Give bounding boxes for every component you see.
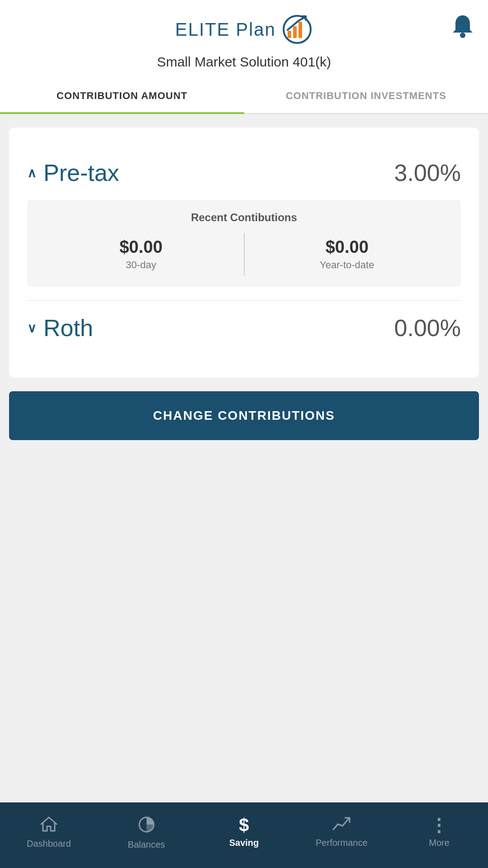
ytd-col: $0.00 Year-to-date	[245, 233, 450, 275]
svg-rect-2	[293, 26, 297, 38]
saving-icon: $	[239, 816, 249, 834]
home-icon	[40, 816, 57, 835]
bottom-nav: Dashboard Balances $ Saving Performance …	[0, 802, 488, 868]
nav-item-saving[interactable]: $ Saving	[195, 811, 293, 854]
recent-contributions-box: Recent Contibutions $0.00 30-day $0.00 Y…	[27, 200, 461, 287]
recent-contributions-values: $0.00 30-day $0.00 Year-to-date	[38, 233, 450, 275]
pretax-chevron-icon[interactable]: ∧	[27, 166, 37, 180]
bell-icon[interactable]	[451, 14, 474, 41]
roth-section: ∨ Roth 0.00%	[27, 301, 461, 360]
header: ELITE Plan Small Market Solution 401(k)	[0, 0, 488, 79]
nav-item-balances[interactable]: Balances	[98, 811, 195, 854]
roth-title: Roth	[43, 314, 93, 342]
logo-area: ELITE Plan	[175, 14, 313, 45]
change-contributions-button[interactable]: CHANGE CONTRIBUTIONS	[9, 391, 479, 440]
nav-label-performance: Performance	[316, 838, 368, 848]
roth-chevron-icon[interactable]: ∨	[27, 321, 37, 336]
logo-icon	[281, 14, 313, 45]
performance-icon	[332, 816, 351, 834]
svg-rect-3	[298, 22, 302, 38]
tab-contribution-investments[interactable]: CONTRIBUTION INVESTMENTS	[244, 79, 488, 113]
subtitle: Small Market Solution 401(k)	[157, 54, 331, 70]
nav-item-more[interactable]: ⋮ More	[390, 811, 488, 854]
tab-contribution-amount[interactable]: CONTRIBUTION AMOUNT	[0, 79, 244, 113]
recent-contributions-label: Recent Contibutions	[38, 211, 450, 224]
nav-item-dashboard[interactable]: Dashboard	[0, 811, 98, 854]
more-icon: ⋮	[430, 816, 449, 834]
thirty-day-amount: $0.00	[38, 237, 244, 257]
ytd-amount: $0.00	[245, 237, 450, 257]
logo-text: ELITE Plan	[175, 19, 275, 40]
roth-header: ∨ Roth 0.00%	[27, 314, 461, 342]
nav-label-more: More	[429, 838, 450, 848]
pretax-header: ∧ Pre-tax 3.00%	[27, 159, 461, 186]
roth-percent: 0.00%	[394, 314, 461, 342]
svg-point-4	[460, 33, 465, 38]
contributions-card: ∧ Pre-tax 3.00% Recent Contibutions $0.0…	[9, 128, 479, 378]
thirty-day-col: $0.00 30-day	[38, 233, 245, 275]
thirty-day-label: 30-day	[38, 259, 244, 271]
pretax-section: ∧ Pre-tax 3.00% Recent Contibutions $0.0…	[27, 146, 461, 300]
pretax-title: Pre-tax	[43, 159, 119, 186]
main-content: ∧ Pre-tax 3.00% Recent Contibutions $0.0…	[0, 114, 488, 802]
tabs: CONTRIBUTION AMOUNT CONTRIBUTION INVESTM…	[0, 79, 488, 114]
pretax-percent: 3.00%	[394, 159, 461, 186]
nav-label-balances: Balances	[128, 840, 165, 850]
svg-rect-1	[288, 31, 291, 38]
balances-icon	[138, 816, 155, 836]
nav-item-performance[interactable]: Performance	[293, 811, 390, 854]
nav-label-saving: Saving	[229, 838, 259, 848]
ytd-label: Year-to-date	[245, 259, 450, 271]
nav-label-dashboard: Dashboard	[27, 839, 71, 849]
